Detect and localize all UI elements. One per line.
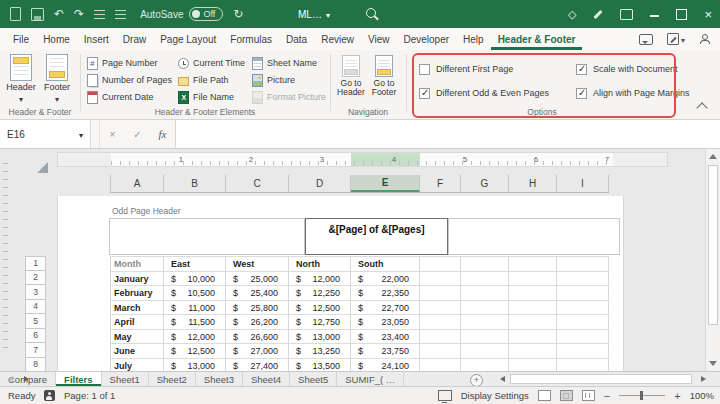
tab-help[interactable]: Help	[456, 28, 491, 50]
pencil-icon[interactable]	[594, 9, 603, 18]
tab-draw[interactable]: Draw	[116, 28, 153, 50]
sheet-name-button[interactable]: Sheet Name	[252, 56, 317, 70]
select-all-button[interactable]	[37, 162, 48, 173]
scroll-down-icon[interactable]	[709, 361, 717, 366]
comments-icon[interactable]	[639, 34, 653, 45]
sort-asc-icon[interactable]	[94, 10, 105, 19]
cell-south-header[interactable]: South	[351, 257, 420, 272]
vertical-scroll-thumb[interactable]	[708, 165, 718, 325]
picture-button[interactable]: Picture	[252, 73, 295, 87]
header-right-section[interactable]	[448, 218, 620, 255]
scale-with-document-checkbox[interactable]: Scale with Document	[576, 63, 678, 75]
cell[interactable]: $12,500	[164, 344, 226, 359]
page-number-button[interactable]: Page Number	[87, 56, 158, 70]
tab-insert[interactable]: Insert	[77, 28, 116, 50]
column-header-h[interactable]: H	[509, 175, 557, 192]
column-header-f[interactable]: F	[420, 175, 461, 192]
column-header-e-selected[interactable]: E	[351, 175, 420, 192]
save-icon[interactable]	[31, 8, 44, 21]
cell[interactable]: $26,200	[226, 315, 289, 330]
cell-month-header[interactable]: Month	[111, 257, 164, 272]
row-header-4[interactable]: 4	[25, 300, 46, 315]
file-path-button[interactable]: File Path	[178, 73, 229, 87]
editing-mode-dropdown[interactable]	[667, 33, 685, 45]
column-header-i[interactable]: I	[557, 175, 609, 192]
cell[interactable]: $23,750	[351, 344, 420, 359]
cell[interactable]: $24,100	[351, 359, 420, 372]
tab-scroll-right-icon[interactable]	[24, 376, 29, 382]
sheet-tab-sheet3[interactable]: Sheet3	[196, 372, 243, 386]
cell[interactable]: $23,050	[351, 315, 420, 330]
column-header-g[interactable]: G	[461, 175, 509, 192]
cell[interactable]: $25,400	[226, 286, 289, 301]
enter-button[interactable]: ✓	[125, 120, 150, 148]
search-icon[interactable]	[366, 8, 376, 18]
checkbox-icon[interactable]	[576, 88, 587, 99]
cell-east-header[interactable]: East	[164, 257, 226, 272]
cell[interactable]: $11,000	[164, 301, 226, 316]
cancel-button[interactable]: ×	[100, 120, 125, 148]
cell[interactable]: $25,800	[226, 301, 289, 316]
sync-icon[interactable]	[233, 7, 243, 21]
cell[interactable]: $11,500	[164, 315, 226, 330]
tab-header-footer[interactable]: Header & Footer	[491, 28, 583, 50]
vertical-scrollbar[interactable]	[705, 149, 720, 371]
row-header-6[interactable]: 6	[25, 329, 46, 344]
sheet-tab-sheet4[interactable]: Sheet4	[243, 372, 290, 386]
tab-page-layout[interactable]: Page Layout	[153, 28, 223, 50]
display-settings-icon[interactable]	[438, 390, 452, 401]
current-date-button[interactable]: Current Date	[87, 90, 154, 104]
zoom-slider-thumb[interactable]	[640, 391, 643, 400]
cell[interactable]: January	[111, 272, 164, 287]
column-header-b[interactable]: B	[164, 175, 226, 192]
cell[interactable]: $12,250	[289, 286, 351, 301]
cell[interactable]: $23,400	[351, 330, 420, 345]
share-icon[interactable]	[699, 34, 710, 44]
go-to-footer-button[interactable]: Go to Footer	[368, 55, 400, 97]
cell-west-header[interactable]: West	[226, 257, 289, 272]
cell[interactable]: $27,000	[226, 344, 289, 359]
accessibility-icon[interactable]	[44, 390, 55, 401]
redo-icon[interactable]	[74, 7, 84, 21]
different-odd-even-checkbox[interactable]: Different Odd & Even Pages	[419, 87, 549, 99]
header-button[interactable]: Header	[4, 54, 38, 104]
different-first-page-checkbox[interactable]: Different First Page	[419, 63, 513, 75]
hscroll-left-icon[interactable]	[500, 376, 505, 382]
cell[interactable]: $25,000	[226, 272, 289, 287]
normal-view-button[interactable]	[538, 390, 551, 401]
file-name-button[interactable]: File Name	[178, 90, 234, 104]
premium-gem-icon[interactable]	[568, 8, 576, 21]
cell[interactable]: $12,500	[289, 301, 351, 316]
zoom-out-button[interactable]: −	[604, 390, 610, 402]
cell[interactable]: $13,500	[289, 359, 351, 372]
current-time-button[interactable]: Current Time	[178, 56, 245, 70]
scroll-up-icon[interactable]	[709, 154, 717, 159]
cell[interactable]: $13,000	[164, 359, 226, 372]
document-name-menu[interactable]: ML…	[298, 0, 330, 28]
cell[interactable]: $27,400	[226, 359, 289, 372]
autosave-pill[interactable]: Off	[189, 7, 224, 21]
collapse-ribbon-icon[interactable]	[696, 102, 707, 113]
tab-file[interactable]: File	[6, 28, 36, 50]
sheet-tab-sheet1[interactable]: Sheet1	[102, 372, 149, 386]
zoom-in-button[interactable]: +	[674, 390, 680, 402]
tab-formulas[interactable]: Formulas	[223, 28, 279, 50]
cell[interactable]: $22,700	[351, 301, 420, 316]
sheet-tab-sumif[interactable]: SUMIF_( …	[337, 372, 404, 386]
name-box-resizer[interactable]	[91, 120, 100, 148]
column-header-d[interactable]: D	[289, 175, 351, 192]
minimize-button[interactable]	[650, 15, 659, 17]
maximize-button[interactable]	[676, 9, 687, 20]
tab-view[interactable]: View	[361, 28, 397, 50]
row-header-3[interactable]: 3	[25, 285, 46, 300]
tab-scroll-left-icon[interactable]	[8, 376, 13, 382]
cell[interactable]: $13,250	[289, 344, 351, 359]
autosave-toggle[interactable]: AutoSave Off	[140, 7, 223, 21]
cell[interactable]: April	[111, 315, 164, 330]
row-header-2[interactable]: 2	[25, 271, 46, 286]
horizontal-scrollbar[interactable]	[510, 374, 692, 384]
sort-desc-icon[interactable]	[115, 10, 126, 19]
tab-home[interactable]: Home	[36, 28, 77, 50]
cell[interactable]: May	[111, 330, 164, 345]
cell[interactable]: February	[111, 286, 164, 301]
